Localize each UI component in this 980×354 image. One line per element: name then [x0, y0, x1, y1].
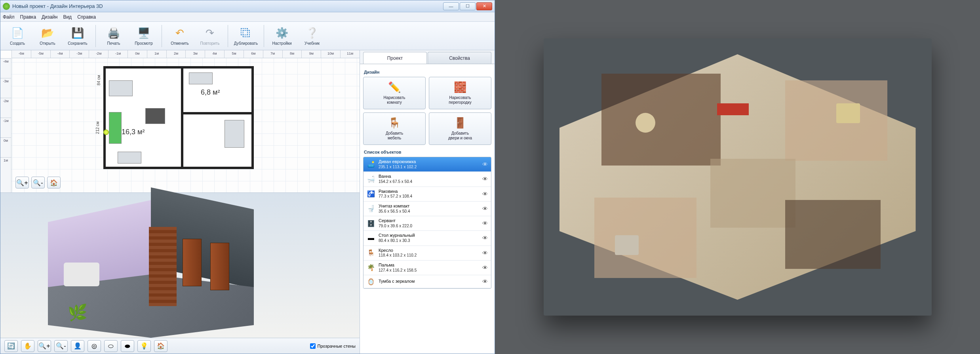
tab-project[interactable]: Проект	[363, 52, 427, 64]
room2-area-label: 6,8 м²	[201, 88, 220, 97]
object-icon: 🛋️	[367, 160, 375, 169]
render-bar-stools	[717, 103, 749, 115]
menu-edit[interactable]: Правка	[20, 14, 36, 20]
open-label: Открыть	[40, 41, 55, 46]
add-furniture-button[interactable]: 🪑Добавить мебель	[363, 112, 426, 145]
visibility-toggle-icon[interactable]: 👁	[482, 265, 488, 271]
furniture-cabinet[interactable]	[118, 152, 141, 164]
add-doors-button[interactable]: 🚪Добавить двери и окна	[429, 112, 491, 145]
object-dims: 79.0 x 39.6 x 222.0	[379, 224, 479, 229]
object-row[interactable]: 🗄️Сервант79.0 x 39.6 x 222.0👁	[363, 216, 491, 231]
duplicate-button[interactable]: ⿻Дублировать	[232, 24, 260, 48]
object-icon: 🚰	[367, 190, 375, 198]
walkthrough-button[interactable]: 👤	[71, 340, 84, 352]
transparent-walls-input[interactable]	[310, 343, 316, 349]
visibility-toggle-icon[interactable]: 👁	[482, 250, 488, 256]
object-row[interactable]: 🚰Раковина77.3 x 57.2 x 108.4👁	[363, 187, 491, 202]
origin-marker[interactable]	[103, 129, 109, 135]
object-dims: 35.6 x 56.5 x 50.4	[379, 209, 479, 214]
plan-2d-view[interactable]: -6м-5м-4м-3м-2м-1м0м1м2м3м4м5м6м7м8м9м10…	[0, 50, 360, 193]
tab-properties[interactable]: Свойства	[428, 52, 491, 64]
object-row[interactable]: 🪑Кресло118.4 x 103.2 x 110.2👁	[363, 246, 491, 261]
render-bedroom-2	[594, 198, 696, 278]
close-button[interactable]: ✕	[476, 2, 492, 10]
menu-view[interactable]: Вид	[63, 14, 72, 20]
visibility-toggle-icon[interactable]: 👁	[482, 220, 488, 226]
camera-button[interactable]: ◎	[88, 340, 101, 352]
object-dims: 80.4 x 80.1 x 30.3	[379, 238, 479, 244]
furniture-bath[interactable]	[189, 72, 213, 84]
object-dims: 77.3 x 57.2 x 108.4	[379, 194, 479, 199]
zoom-out-button[interactable]: 🔍-	[31, 177, 45, 188]
object-name: Кресло	[379, 248, 479, 253]
object-name: Тумба с зеркалом	[379, 279, 479, 284]
door-icon: 🚪	[454, 117, 466, 129]
visibility-toggle-icon[interactable]: 👁	[482, 191, 488, 197]
transparent-walls-label: Прозрачные стены	[318, 344, 356, 348]
visibility-toggle-icon[interactable]: 👁	[482, 235, 488, 241]
maximize-button[interactable]: ☐	[460, 2, 476, 10]
render-kitchen	[601, 74, 721, 166]
room-3d-render: 🌿	[48, 203, 254, 330]
create-button[interactable]: 📄Создать	[4, 24, 31, 48]
print-label: Печать	[107, 41, 120, 46]
zoom-in-button[interactable]: 🔍+	[15, 177, 29, 188]
render-dining-table	[636, 113, 655, 133]
undo-label: Отменить	[171, 41, 189, 46]
minimize-button[interactable]: —	[443, 2, 459, 10]
redo-button[interactable]: ↷Повторить	[196, 24, 224, 48]
object-name: Диван еврокнижка	[379, 159, 479, 165]
duplicate-label: Дублировать	[234, 41, 258, 46]
render-living	[710, 159, 795, 228]
object-row[interactable]: 🛋️Диван еврокнижка235.1 x 113.1 x 102.2👁	[363, 157, 491, 172]
menu-help[interactable]: Справка	[77, 14, 96, 20]
menu-design[interactable]: Дизайн	[42, 14, 57, 20]
orbit-button[interactable]: 🔄	[4, 340, 18, 352]
window-title: Новый проект - Дизайн Интерьера 3D	[12, 3, 443, 9]
open-button[interactable]: 📂Открыть	[34, 24, 61, 48]
save-button[interactable]: 💾Сохранить	[64, 24, 91, 48]
object-row[interactable]: 🛁Ванна154.2 x 67.5 x 50.4👁	[363, 172, 491, 187]
object-row[interactable]: 🚽Унитаз компакт35.6 x 56.5 x 50.4👁	[363, 202, 491, 216]
home-3d-button[interactable]: 🏠	[154, 340, 167, 352]
object-row[interactable]: 🪞Тумба с зеркалом👁	[363, 275, 491, 288]
monitor-icon: 🖥️	[137, 27, 150, 40]
undo-button[interactable]: ↶Отменить	[166, 24, 194, 48]
app-icon	[3, 3, 10, 10]
room1-area-label: 16,3 м²	[122, 128, 145, 136]
draw-room-button[interactable]: ✏️Нарисовать комнату	[363, 77, 426, 109]
view-iso-button[interactable]: ⬬	[121, 340, 134, 352]
visibility-toggle-icon[interactable]: 👁	[482, 176, 488, 182]
object-icon: 🪞	[367, 277, 375, 286]
draw-partition-button[interactable]: 🧱Нарисовать перегородку	[429, 77, 491, 109]
ruler-vertical: -4м-3м-2м-1м0м1м	[0, 58, 11, 192]
furniture-tv[interactable]	[145, 108, 165, 124]
preview-button[interactable]: 🖥️Просмотр	[130, 24, 158, 48]
home-view-button[interactable]: 🏠	[47, 177, 61, 188]
pan-button[interactable]: ✋	[21, 340, 34, 352]
print-button[interactable]: 🖨️Печать	[100, 24, 127, 48]
lighting-button[interactable]: 💡	[137, 340, 151, 352]
zoom-in-3d-button[interactable]: 🔍+	[38, 340, 51, 352]
furniture-wc[interactable]	[225, 120, 244, 148]
create-label: Создать	[10, 41, 25, 46]
furniture-sofa-selected[interactable]	[109, 112, 122, 144]
visibility-toggle-icon[interactable]: 👁	[482, 278, 488, 285]
furniture-table[interactable]	[109, 80, 133, 96]
zoom-out-3d-button[interactable]: 🔍-	[54, 340, 68, 352]
object-row[interactable]: 🌴Пальма127.4 x 116.2 x 158.5👁	[363, 261, 491, 275]
menu-file[interactable]: Файл	[3, 14, 15, 20]
printer-icon: 🖨️	[107, 27, 120, 40]
visibility-toggle-icon[interactable]: 👁	[482, 206, 488, 212]
object-name: Сервант	[379, 218, 479, 224]
tutorial-button[interactable]: ❔Учебник	[298, 24, 326, 48]
objects-section-title: Список объектов	[364, 150, 491, 154]
object-row[interactable]: ▬Стол журнальный80.4 x 80.1 x 30.3👁	[363, 231, 491, 246]
plan-3d-view[interactable]: 🌿	[0, 193, 360, 338]
visibility-toggle-icon[interactable]: 👁	[482, 161, 488, 167]
view-top-button[interactable]: ⬭	[104, 340, 118, 352]
side-panel: Проект Свойства Дизайн ✏️Нарисовать комн…	[360, 50, 495, 354]
floorplan[interactable]: 16,3 м² 6,8 м²	[103, 66, 254, 169]
transparent-walls-checkbox[interactable]: Прозрачные стены	[310, 343, 356, 349]
settings-button[interactable]: ⚙️Настройки	[268, 24, 296, 48]
